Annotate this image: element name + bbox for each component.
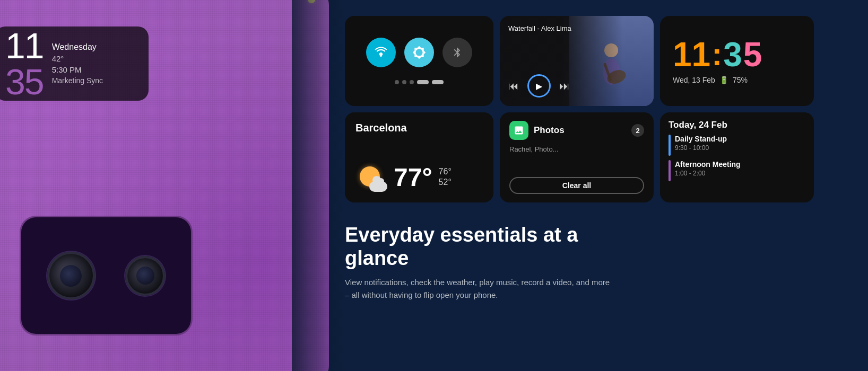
qs-icons-row (366, 38, 472, 67)
event-time-1: 9:30 - 10:00 (675, 144, 727, 152)
calendar-event-1: Daily Stand-up 9:30 - 10:00 (669, 135, 805, 156)
weather-widget: Barcelona 77° 76° 52° (345, 112, 493, 202)
music-next-button[interactable]: ⏭ (559, 80, 570, 92)
phone-event: Marketing Sync (52, 76, 103, 85)
weather-low: 52° (439, 178, 452, 187)
battery-icon: 🔋 (719, 76, 728, 84)
weather-city: Barcelona (355, 122, 483, 134)
notifications-widget: Photos 2 Rachel, Photo... Clear all (500, 112, 654, 202)
camera-flash (308, 0, 315, 3)
calendar-widget: Today, 24 Feb Daily Stand-up 9:30 - 10:0… (660, 112, 814, 202)
clock-colon: : (711, 39, 722, 70)
weather-main-info: 77° 76° 52° (355, 161, 483, 193)
camera-module (21, 217, 191, 334)
phone-day: Wednesday (52, 42, 103, 52)
camera-lens-secondary (125, 256, 165, 296)
marketing-text-block: Everyday essentials at a glance View not… (345, 224, 847, 302)
phone-widget-info: Wednesday 42° 5:30 PM Marketing Sync (52, 42, 103, 85)
brightness-toggle[interactable] (404, 38, 434, 67)
phone-lock-widget: 11 35 Wednesday 42° 5:30 PM Marketing Sy… (0, 26, 149, 101)
phone-time-detail: 5:30 PM (52, 65, 103, 74)
marketing-subtext: View notifications, check the weather, p… (345, 276, 610, 302)
wifi-toggle[interactable] (366, 38, 396, 67)
calendar-event-2: Afternoon Meeting 1:00 - 2:00 (669, 160, 805, 181)
qs-dot-1 (395, 80, 399, 84)
music-controls-overlay: Waterfall - Alex Lima ⏮ ▶ ⏭ (500, 16, 654, 106)
music-playback-controls: ⏮ ▶ ⏭ (508, 74, 645, 98)
event-info-2: Afternoon Meeting 1:00 - 2:00 (675, 160, 741, 177)
clock-minute2: 5 (743, 38, 762, 72)
event-info-1: Daily Stand-up 9:30 - 10:00 (675, 135, 727, 152)
weather-icon (355, 161, 387, 193)
music-prev-button[interactable]: ⏮ (508, 80, 519, 92)
battery-level: 75% (733, 76, 748, 84)
qs-dot-4 (417, 80, 429, 84)
cloud-shape (369, 181, 387, 192)
bluetooth-toggle[interactable] (442, 38, 472, 67)
widget-grid: Waterfall - Alex Lima ⏮ ▶ ⏭ 11 : 3 5 Wed… (345, 16, 847, 202)
event-bar-2 (669, 160, 671, 181)
photos-app-icon (509, 121, 528, 140)
clock-time-display: 11 : 3 5 (673, 38, 801, 72)
music-track-title: Waterfall - Alex Lima (508, 24, 645, 32)
calendar-date: Today, 24 Feb (669, 120, 805, 130)
clock-widget: 11 : 3 5 Wed, 13 Feb 🔋 75% (660, 16, 814, 106)
marketing-headline: Everyday essentials at a glance (345, 224, 610, 270)
qs-dot-2 (402, 80, 406, 84)
phone-body: 11 35 Wednesday 42° 5:30 PM Marketing Sy… (0, 0, 329, 371)
notif-app-name: Photos (534, 125, 626, 136)
clock-hour: 11 (673, 38, 710, 72)
event-name-1: Daily Stand-up (675, 135, 727, 143)
weather-temp: 77° (394, 163, 432, 192)
camera-lens-main (47, 252, 95, 299)
clock-date: Wed, 13 Feb (673, 76, 715, 84)
notif-app-row: Photos 2 (509, 121, 644, 140)
qs-page-dots (395, 80, 444, 84)
qs-dot-3 (410, 80, 414, 84)
event-time-2: 1:00 - 2:00 (675, 170, 741, 177)
music-widget: Waterfall - Alex Lima ⏮ ▶ ⏭ (500, 16, 654, 106)
qs-dot-5 (432, 80, 444, 84)
event-name-2: Afternoon Meeting (675, 160, 741, 169)
phone-time-display: 11 35 (5, 28, 44, 100)
phone-temp: 42° (52, 54, 103, 63)
phone-back-image: 11 35 Wednesday 42° 5:30 PM Marketing Sy… (0, 0, 329, 371)
weather-high: 76° (439, 167, 452, 176)
clock-date-battery: Wed, 13 Feb 🔋 75% (673, 76, 801, 84)
notif-clear-button[interactable]: Clear all (509, 177, 644, 194)
clock-minute1: 3 (723, 38, 742, 72)
quick-settings-widget (345, 16, 493, 106)
weather-range: 76° 52° (439, 167, 452, 187)
notif-preview-text: Rachel, Photo... (509, 145, 644, 153)
phone-time-numbers: 11 35 (5, 28, 44, 100)
right-content-area: Waterfall - Alex Lima ⏮ ▶ ⏭ 11 : 3 5 Wed… (329, 0, 868, 371)
event-bar-1 (669, 135, 671, 156)
notif-count-badge: 2 (631, 124, 644, 137)
music-play-button[interactable]: ▶ (527, 74, 551, 98)
